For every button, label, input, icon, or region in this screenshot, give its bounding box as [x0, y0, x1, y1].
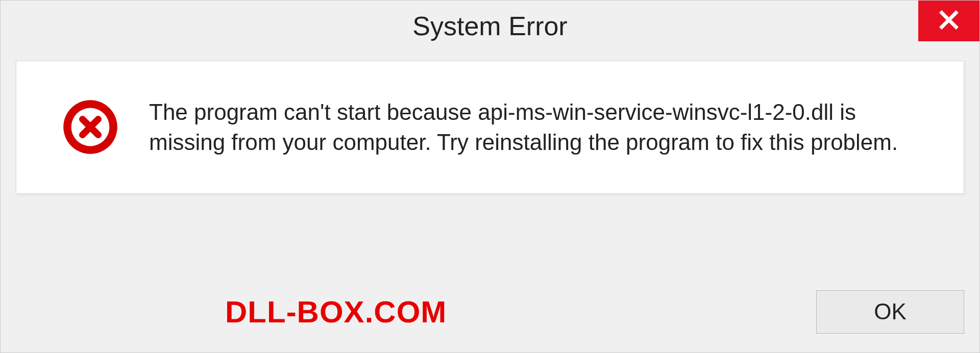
title-bar: System Error — [1, 1, 979, 52]
close-icon — [938, 9, 960, 33]
close-button[interactable] — [918, 1, 979, 41]
error-icon — [62, 99, 118, 155]
error-dialog-window: System Error The program can't start bec… — [0, 0, 980, 353]
bottom-bar: DLL-BOX.COM OK — [16, 286, 964, 337]
ok-button[interactable]: OK — [816, 290, 964, 334]
ok-button-label: OK — [874, 299, 906, 324]
window-title: System Error — [412, 11, 567, 41]
watermark-text: DLL-BOX.COM — [225, 294, 447, 330]
error-message: The program can't start because api-ms-w… — [149, 97, 915, 158]
message-panel: The program can't start because api-ms-w… — [16, 61, 964, 194]
